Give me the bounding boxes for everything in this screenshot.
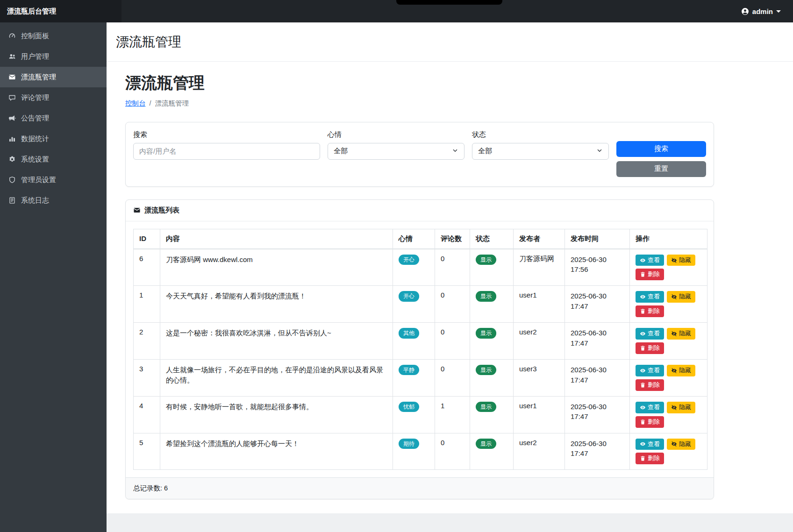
delete-button[interactable]: 删除 (636, 379, 664, 391)
delete-button[interactable]: 删除 (636, 269, 664, 280)
reset-button[interactable]: 重置 (616, 161, 706, 177)
view-button[interactable]: 查看 (636, 365, 664, 376)
hide-button[interactable]: 隐藏 (667, 255, 695, 266)
sidebar-item-dashboard[interactable]: 控制面板 (0, 26, 107, 46)
hide-button[interactable]: 隐藏 (667, 365, 695, 376)
sidebar-item-label: 系统日志 (21, 196, 49, 205)
cell-status: 显示 (470, 359, 514, 396)
user-name: admin (752, 7, 773, 15)
cell-time: 2025-06-30 17:47 (565, 286, 630, 323)
publish-time: 17:47 (571, 375, 624, 385)
log-icon (8, 197, 16, 205)
publish-date: 2025-06-30 (571, 365, 624, 375)
delete-button[interactable]: 删除 (636, 305, 664, 317)
hide-button[interactable]: 隐藏 (667, 291, 695, 303)
cell-content: 刀客源码网 www.dkewl.com (160, 249, 393, 286)
cell-comments: 0 (435, 249, 470, 286)
shield-icon (8, 176, 16, 184)
status-badge: 显示 (476, 291, 496, 301)
breadcrumb-home-link[interactable]: 控制台 (125, 99, 146, 108)
sidebar-item-logs[interactable]: 系统日志 (0, 190, 107, 211)
trash-icon (640, 382, 646, 388)
view-button[interactable]: 查看 (636, 291, 664, 303)
bottle-table: ID 内容 心情 评论数 状态 发布者 发布时间 操作 (133, 229, 707, 470)
eye-slash-icon (671, 331, 677, 337)
delete-button[interactable]: 删除 (636, 453, 664, 464)
cell-time: 2025-06-30 17:47 (565, 396, 630, 433)
sidebar-item-label: 数据统计 (21, 134, 49, 143)
status-select-value: 全部 (478, 147, 492, 156)
cell-content: 有时候，安静地听一首歌，就能想起很多事情。 (160, 396, 393, 433)
bottle-list-card-header: 漂流瓶列表 (126, 200, 714, 221)
chevron-down-icon (452, 147, 458, 155)
cell-author: user1 (514, 396, 565, 433)
search-button[interactable]: 搜索 (616, 141, 706, 157)
user-menu[interactable]: admin (741, 7, 781, 15)
status-badge: 显示 (476, 365, 496, 375)
comment-icon (8, 94, 16, 102)
search-input[interactable] (133, 143, 320, 160)
mood-badge: 平静 (399, 365, 419, 375)
bottle-list-card-title: 漂流瓶列表 (144, 206, 179, 215)
users-icon (8, 53, 16, 61)
cell-author: 刀客源码网 (514, 249, 565, 286)
caret-down-icon (776, 10, 781, 13)
search-label: 搜索 (133, 130, 320, 139)
trash-icon (640, 271, 646, 277)
sidebar-item-comments[interactable]: 评论管理 (0, 87, 107, 108)
publish-date: 2025-06-30 (571, 402, 624, 412)
trash-icon (640, 419, 646, 425)
envelope-icon (133, 206, 141, 214)
mood-badge: 其他 (399, 328, 419, 338)
eye-icon (640, 331, 646, 337)
cell-id: 6 (134, 249, 160, 286)
status-badge: 显示 (476, 255, 496, 265)
view-button[interactable]: 查看 (636, 439, 664, 450)
sidebar-item-statistics[interactable]: 数据统计 (0, 128, 107, 149)
filter-card: 搜索 心情 全部 状态 (125, 122, 714, 187)
cell-status: 显示 (470, 433, 514, 470)
cell-comments: 0 (435, 286, 470, 323)
cell-id: 2 (134, 323, 160, 360)
sidebar-item-announcements[interactable]: 公告管理 (0, 108, 107, 128)
sidebar-item-label: 公告管理 (21, 113, 49, 123)
cell-time: 2025-06-30 17:56 (565, 249, 630, 286)
hide-button[interactable]: 隐藏 (667, 328, 695, 340)
app-window: 漂流瓶后台管理 admin 控制面板 用户管理 漂流瓶管理 评论管理 (0, 0, 793, 532)
delete-button[interactable]: 删除 (636, 342, 664, 354)
view-button[interactable]: 查看 (636, 328, 664, 340)
cell-author: user3 (514, 359, 565, 396)
cell-time: 2025-06-30 17:47 (565, 359, 630, 396)
cell-author: user2 (514, 323, 565, 360)
view-button[interactable]: 查看 (636, 402, 664, 413)
cell-content: 这是一个秘密：我很喜欢吃冰淇淋，但从不告诉别人~ (160, 323, 393, 360)
main-area: 漂流瓶管理 漂流瓶管理 控制台 / 漂流瓶管理 搜索 (107, 22, 793, 532)
cell-mood: 开心 (393, 286, 435, 323)
delete-button[interactable]: 删除 (636, 416, 664, 428)
hide-button[interactable]: 隐藏 (667, 439, 695, 450)
status-select[interactable]: 全部 (472, 143, 609, 160)
eye-icon (640, 441, 646, 447)
cell-actions: 查看 隐藏 删除 (630, 396, 707, 433)
eye-slash-icon (671, 294, 677, 300)
sidebar-item-admins[interactable]: 管理员设置 (0, 170, 107, 190)
cell-actions: 查看 隐藏 删除 (630, 359, 707, 396)
top-center-black-bar (396, 0, 502, 5)
cell-mood: 开心 (393, 249, 435, 286)
cell-mood: 平静 (393, 359, 435, 396)
col-header-mood: 心情 (393, 229, 435, 249)
cell-content: 今天天气真好，希望能有人看到我的漂流瓶！ (160, 286, 393, 323)
view-button[interactable]: 查看 (636, 255, 664, 266)
sidebar-item-users[interactable]: 用户管理 (0, 46, 107, 67)
gear-icon (8, 156, 16, 163)
mood-select[interactable]: 全部 (328, 143, 464, 160)
status-label: 状态 (472, 130, 609, 139)
eye-slash-icon (671, 441, 677, 447)
sidebar-item-bottles[interactable]: 漂流瓶管理 (0, 67, 107, 87)
trash-icon (640, 345, 646, 351)
sidebar-item-settings[interactable]: 系统设置 (0, 149, 107, 170)
hide-button[interactable]: 隐藏 (667, 402, 695, 413)
record-count: 总记录数: 6 (126, 477, 714, 499)
status-badge: 显示 (476, 402, 496, 412)
col-header-actions: 操作 (630, 229, 707, 249)
